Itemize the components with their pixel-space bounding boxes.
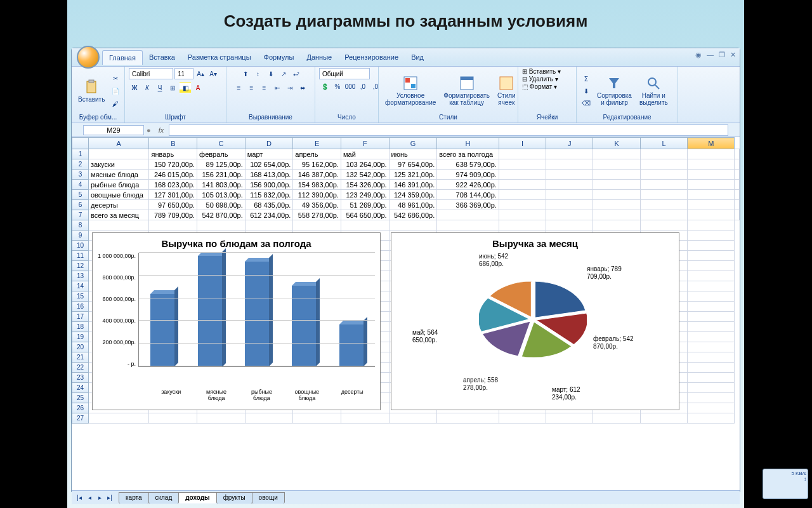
sheet-tab-склад[interactable]: склад (148, 492, 180, 504)
cut-icon[interactable]: ✂ (110, 72, 121, 84)
sheet-tab-овощи[interactable]: овощи (252, 492, 285, 504)
titlebar: ГлавнаяВставкаРазметка страницыФормулыДа… (72, 48, 740, 66)
percent-icon[interactable]: % (332, 81, 343, 92)
underline-button[interactable]: Ч (154, 82, 166, 93)
delete-cells-button[interactable]: ⊟ Удалить ▾ (522, 76, 558, 83)
align-bottom-icon[interactable]: ⬇ (265, 68, 277, 79)
inc-decimal-icon[interactable]: ,0 (357, 81, 369, 92)
find-select-button[interactable]: Найти и выделить (637, 74, 671, 107)
indent-dec-icon[interactable]: ⇤ (272, 82, 283, 93)
clear-icon[interactable]: ⌫ (580, 97, 592, 109)
ribbon-tab-1[interactable]: Вставка (143, 50, 181, 65)
ribbon-tab-3[interactable]: Формулы (258, 50, 301, 65)
ribbon-tab-6[interactable]: Вид (405, 50, 430, 65)
svg-rect-0 (87, 81, 96, 93)
first-sheet-icon[interactable]: |◂ (74, 493, 84, 503)
font-size-select[interactable] (174, 68, 193, 79)
sheet-tab-доходы[interactable]: доходы (178, 492, 216, 504)
indent-inc-icon[interactable]: ⇥ (284, 82, 296, 93)
help-icon[interactable]: ◉ (695, 51, 702, 59)
restore-icon[interactable]: ❐ (719, 51, 725, 59)
wrap-text-button[interactable]: ⮐ (291, 68, 302, 79)
fill-color-icon[interactable]: ◧ (180, 82, 191, 93)
svg-rect-1 (89, 80, 94, 83)
autosum-icon[interactable]: Σ (580, 73, 592, 84)
align-right-icon[interactable]: ≡ (259, 82, 270, 93)
name-box[interactable]: M29 (83, 125, 144, 135)
format-cells-button[interactable]: ⬚ Формат ▾ (522, 83, 557, 90)
align-left-icon[interactable]: ≡ (233, 82, 245, 93)
svg-rect-6 (461, 77, 473, 80)
ribbon: Вставить ✂ 📄 🖌 Буфер обм... A▴ (72, 66, 740, 123)
next-sheet-icon[interactable]: ▸ (95, 493, 105, 503)
border-icon[interactable]: ⊞ (167, 82, 178, 93)
align-top-icon[interactable]: ⬆ (240, 68, 251, 79)
cancel-formula-icon[interactable]: ● (144, 126, 154, 134)
ribbon-tab-0[interactable]: Главная (102, 50, 143, 65)
svg-line-9 (655, 85, 659, 89)
svg-rect-7 (500, 77, 513, 90)
font-name-select[interactable] (129, 68, 173, 79)
italic-button[interactable]: К (141, 82, 153, 93)
svg-rect-3 (405, 78, 410, 83)
slide-title: Создать диаграммы по заданным условиям (67, 0, 744, 36)
office-button[interactable] (77, 46, 100, 69)
grow-font-icon[interactable]: A▴ (195, 68, 206, 79)
fx-icon[interactable]: fx (154, 126, 169, 134)
pie-chart[interactable]: Выручка за месяц январь; 789 709,00р.фев… (391, 232, 679, 410)
ribbon-tab-5[interactable]: Рецензирование (338, 50, 405, 65)
merge-button[interactable]: ⬌ (297, 82, 308, 93)
currency-icon[interactable]: 💲 (319, 81, 331, 92)
align-center-icon[interactable]: ≡ (246, 82, 258, 93)
copy-icon[interactable]: 📄 (110, 85, 121, 97)
sheet-tab-bar: |◂ ◂ ▸ ▸| картаскладдоходыфруктыовощи (72, 490, 740, 504)
conditional-format-button[interactable]: Условное форматирование (383, 74, 438, 107)
sort-filter-button[interactable]: Сортировка и фильтр (594, 74, 634, 107)
minimize-icon[interactable]: — (707, 51, 714, 59)
number-format-select[interactable] (319, 68, 370, 79)
shrink-font-icon[interactable]: A▾ (207, 68, 219, 79)
formula-bar[interactable] (169, 124, 728, 136)
align-middle-icon[interactable]: ↕ (252, 68, 264, 79)
comma-icon[interactable]: 000 (344, 81, 356, 92)
cell-styles-button[interactable]: Стили ячеек (495, 74, 518, 107)
ribbon-tab-4[interactable]: Данные (300, 50, 338, 65)
sheet-tab-фрукты[interactable]: фрукты (216, 492, 252, 504)
format-painter-icon[interactable]: 🖌 (110, 98, 121, 109)
svg-rect-4 (411, 84, 416, 88)
sheet-tab-карта[interactable]: карта (119, 492, 149, 504)
ribbon-tab-2[interactable]: Разметка страницы (181, 50, 258, 65)
excel-window: ГлавнаяВставкаРазметка страницыФормулыДа… (71, 48, 740, 492)
fill-icon[interactable]: ⬇ (580, 85, 592, 97)
paste-button[interactable]: Вставить (75, 78, 107, 104)
format-table-button[interactable]: Форматировать как таблицу (441, 74, 492, 107)
insert-cells-button[interactable]: ⊞ Вставить ▾ (522, 68, 561, 75)
svg-point-8 (648, 78, 656, 86)
last-sheet-icon[interactable]: ▸| (105, 493, 115, 503)
font-color-icon[interactable]: A (192, 82, 204, 93)
prev-sheet-icon[interactable]: ◂ (84, 493, 95, 503)
orientation-icon[interactable]: ↗ (278, 68, 289, 79)
network-monitor: 5 KB/s ↕ (763, 469, 808, 499)
close-icon[interactable]: ✕ (730, 51, 736, 59)
bar-chart[interactable]: Выручка по блюдам за полгода 1 000 000,0… (92, 232, 381, 410)
bold-button[interactable]: Ж (129, 82, 140, 93)
